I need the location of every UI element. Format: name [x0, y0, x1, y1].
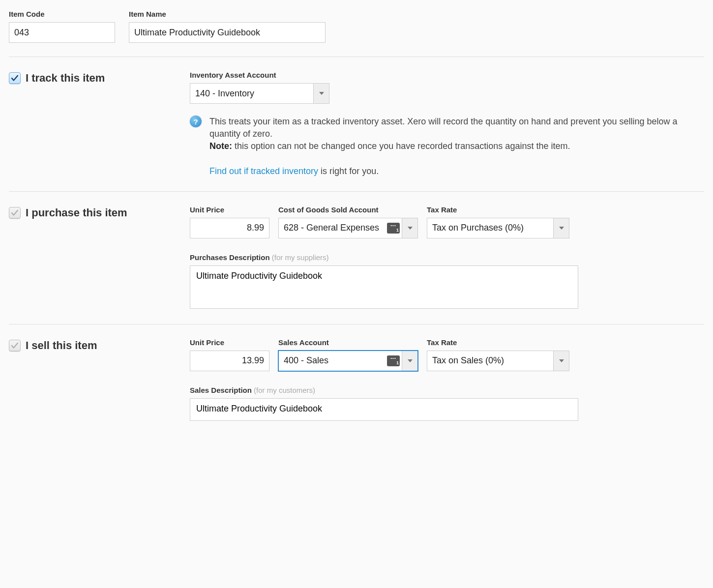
purchase-cogs-label: Cost of Goods Sold Account: [278, 206, 418, 214]
checkmark-icon: [10, 74, 19, 83]
purchase-section: I purchase this item Unit Price Cost of …: [9, 191, 704, 324]
track-info-line1: This treats your item as a tracked inven…: [209, 117, 678, 139]
track-checkbox[interactable]: [9, 72, 21, 84]
tracked-inventory-link[interactable]: Find out if tracked inventory: [209, 166, 318, 176]
inventory-account-select[interactable]: 140 - Inventory: [190, 83, 329, 104]
purchase-cogs-field: Cost of Goods Sold Account 628 - General…: [278, 206, 418, 238]
sell-sales-account-select[interactable]: 400 - Sales •••1: [278, 351, 418, 371]
purchase-tax-label: Tax Rate: [427, 206, 569, 214]
password-manager-icon: •••1: [387, 355, 400, 366]
purchase-unit-price-input[interactable]: [190, 218, 269, 238]
purchase-tax-value: Tax on Purchases (0%): [427, 218, 553, 238]
sell-sales-account-field: Sales Account 400 - Sales •••1: [278, 338, 418, 371]
purchase-cogs-value: 628 - General Expenses •••1: [279, 218, 402, 238]
sell-unit-price-label: Unit Price: [190, 338, 269, 347]
track-info-text: This treats your item as a tracked inven…: [209, 116, 704, 177]
sell-desc-textarea[interactable]: [190, 398, 578, 421]
item-code-field: Item Code: [9, 10, 115, 43]
purchase-fields-row: Unit Price Cost of Goods Sold Account 62…: [190, 206, 704, 238]
track-section: I track this item Inventory Asset Accoun…: [9, 57, 704, 191]
track-checkbox-row: I track this item: [9, 72, 190, 85]
item-code-input[interactable]: [9, 22, 115, 43]
chevron-down-icon: [553, 351, 569, 371]
tracked-inventory-link-tail: is right for you.: [318, 166, 379, 176]
sell-checkbox-label: I sell this item: [26, 339, 97, 352]
sell-sales-account-value: 400 - Sales •••1: [279, 351, 402, 371]
help-icon: ?: [190, 116, 202, 127]
purchase-unit-price-label: Unit Price: [190, 206, 269, 214]
item-name-field: Item Name: [129, 10, 326, 43]
sell-checkbox[interactable]: [9, 340, 21, 352]
purchase-desc-hint: (for my suppliers): [272, 253, 329, 262]
sell-tax-value: Tax on Sales (0%): [427, 351, 553, 371]
password-manager-icon: •••1: [387, 223, 400, 234]
track-info-note-rest: this option can not be changed once you …: [232, 141, 570, 151]
sell-tax-select[interactable]: Tax on Sales (0%): [427, 351, 569, 371]
chevron-down-icon: [553, 218, 569, 238]
sell-tax-label: Tax Rate: [427, 338, 569, 347]
sell-section: I sell this item Unit Price Sales Accoun…: [9, 324, 704, 436]
track-checkbox-label: I track this item: [26, 72, 105, 85]
inventory-account-label: Inventory Asset Account: [190, 71, 704, 79]
sell-sales-account-value-text: 400 - Sales: [284, 355, 328, 366]
sell-fields-row: Unit Price Sales Account 400 - Sales •••…: [190, 338, 704, 371]
purchase-unit-price-field: Unit Price: [190, 206, 269, 238]
sell-sales-account-label: Sales Account: [278, 338, 418, 347]
item-code-label: Item Code: [9, 10, 115, 18]
track-info-note-prefix: Note:: [209, 141, 232, 151]
chevron-down-icon: [402, 351, 417, 371]
purchase-checkbox-row: I purchase this item: [9, 206, 190, 219]
purchase-checkbox[interactable]: [9, 207, 21, 219]
purchase-tax-select[interactable]: Tax on Purchases (0%): [427, 218, 569, 238]
purchase-desc-label: Purchases Description (for my suppliers): [190, 253, 704, 262]
item-basic-fields: Item Code Item Name: [9, 10, 704, 57]
sell-unit-price-field: Unit Price: [190, 338, 269, 371]
inventory-account-value: 140 - Inventory: [190, 84, 313, 103]
checkmark-icon: [10, 208, 19, 217]
purchase-cogs-select[interactable]: 628 - General Expenses •••1: [278, 218, 418, 238]
purchase-checkbox-label: I purchase this item: [26, 206, 127, 219]
sell-desc-label-text: Sales Description: [190, 386, 254, 394]
purchase-desc-textarea[interactable]: [190, 265, 578, 309]
sell-checkbox-row: I sell this item: [9, 339, 190, 352]
chevron-down-icon: [402, 218, 417, 238]
purchase-desc-label-text: Purchases Description: [190, 253, 272, 262]
sell-unit-price-input[interactable]: [190, 351, 269, 371]
track-info-block: ? This treats your item as a tracked inv…: [190, 116, 704, 177]
sell-desc-hint: (for my customers): [254, 386, 315, 394]
purchase-desc-field: Purchases Description (for my suppliers): [190, 253, 704, 310]
item-name-input[interactable]: [129, 22, 326, 43]
purchase-tax-field: Tax Rate Tax on Purchases (0%): [427, 206, 569, 238]
chevron-down-icon: [313, 84, 329, 103]
sell-tax-field: Tax Rate Tax on Sales (0%): [427, 338, 569, 371]
purchase-cogs-value-text: 628 - General Expenses: [284, 223, 379, 233]
sell-desc-field: Sales Description (for my customers): [190, 386, 704, 422]
item-name-label: Item Name: [129, 10, 326, 18]
sell-desc-label: Sales Description (for my customers): [190, 386, 704, 394]
checkmark-icon: [10, 341, 19, 350]
